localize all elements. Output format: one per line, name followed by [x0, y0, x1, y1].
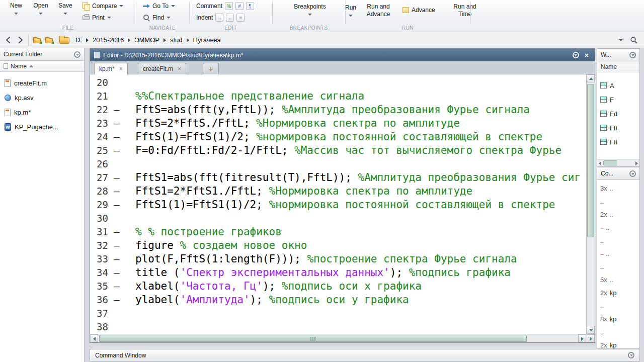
command-history-row[interactable]: 2xkp	[597, 286, 639, 299]
code-line[interactable]: 23–FftS=2*FftS./FftL; %Нормировка спектр…	[90, 116, 586, 130]
path-dropdown-icon[interactable]	[619, 39, 623, 41]
breadcrumb-item[interactable]: D:	[75, 36, 82, 44]
panel-actions-icon[interactable]	[628, 352, 634, 358]
scroll-up-icon[interactable]	[587, 74, 595, 82]
command-history-row[interactable]: –..	[597, 247, 639, 260]
code-line[interactable]: 31–% % построение графиков	[90, 225, 586, 238]
back-icon[interactable]	[4, 36, 13, 46]
scroll-down-icon[interactable]	[587, 326, 595, 334]
chevron-down-icon[interactable]	[14, 13, 18, 15]
horizontal-scrollbar-thumb[interactable]	[99, 335, 527, 342]
panel-actions-icon[interactable]	[74, 51, 80, 58]
workspace-variable-row[interactable]: Fft	[597, 121, 639, 135]
search-icon[interactable]	[630, 36, 638, 46]
code-line[interactable]: 21%%Спектральное предстваление сигнала	[90, 89, 586, 103]
tab-close-icon[interactable]: ×	[119, 66, 123, 72]
breakpoints-button[interactable]: Breakpoints	[287, 3, 333, 16]
tab-close-icon[interactable]: ×	[178, 66, 181, 72]
command-history-row[interactable]: ..	[597, 299, 639, 312]
wrap-comment-icon[interactable]: ¶	[246, 2, 254, 10]
code-line[interactable]: 32–figure % создаем новое окно	[90, 238, 586, 252]
command-history-row[interactable]: ..	[597, 234, 639, 247]
breadcrumb-item[interactable]: ЭММОР	[134, 36, 159, 44]
find-button[interactable]: Find	[143, 14, 171, 21]
editor-tab[interactable]: kp.m*×	[94, 63, 128, 74]
code-line[interactable]: 28–FftS1=2*FftS1./FftL; %Нормировка спек…	[90, 184, 586, 198]
code-line[interactable]: 24–FftS(1)=FftS(1)/2; %нормировка постоя…	[90, 130, 586, 143]
comment-icon[interactable]: %	[225, 2, 233, 10]
run-and-advance-button[interactable]: Run and Advance	[363, 3, 393, 18]
browse-folder-icon[interactable]	[33, 38, 41, 43]
scroll-right-icon[interactable]	[578, 334, 586, 342]
workspace-variable-row[interactable]: Fft	[597, 135, 639, 149]
scroll-right-icon[interactable]	[635, 161, 638, 165]
code-line[interactable]: 22–FftS=abs(fft(y,FftL)); %Амплитуда пре…	[90, 103, 586, 116]
forward-icon[interactable]	[16, 36, 25, 46]
command-history-row[interactable]: 3x..	[597, 182, 639, 195]
name-column-header[interactable]: Name	[0, 61, 84, 72]
workspace-variable-row[interactable]: A	[597, 78, 639, 93]
command-history-row[interactable]: 2xkp	[597, 338, 639, 349]
indent-left-icon[interactable]: ←	[226, 14, 234, 22]
breadcrumb-item[interactable]: stud	[170, 36, 183, 44]
code-line[interactable]: 33–plot(F,FftS(1:length(F))); %построени…	[90, 252, 586, 265]
chevron-down-icon[interactable]	[39, 13, 43, 15]
workspace-horizontal-scrollbar[interactable]	[597, 159, 639, 166]
compare-button[interactable]: Compare	[83, 3, 123, 10]
new-folder-icon[interactable]	[45, 38, 53, 43]
command-history-row[interactable]: 5x..	[597, 273, 639, 286]
workspace-variable-row[interactable]: Fd	[597, 107, 639, 121]
code-line[interactable]: 30	[90, 211, 586, 225]
uncomment-icon[interactable]: #	[235, 2, 244, 10]
scrollbar-thumb[interactable]	[603, 160, 617, 165]
chevron-down-icon[interactable]	[63, 13, 67, 15]
workspace-name-column-header[interactable]: Name	[597, 61, 639, 72]
command-history-row[interactable]: –..	[597, 221, 639, 234]
chevron-down-icon[interactable]	[167, 17, 171, 19]
editor-title-bar[interactable]: Editor - D:\2015-2016\ЭММОР\stud\Пугачев…	[90, 49, 595, 61]
code-line[interactable]: 35–xlabel('Частота, Гц'); %подпись оси x…	[90, 279, 586, 293]
code-line[interactable]: 37	[90, 306, 586, 320]
code-line[interactable]: 25–F=0:Fd/FftL:Fd/2-1/FftL; %Массив час …	[90, 143, 586, 157]
editor-actions-icon[interactable]	[573, 52, 579, 58]
open-button[interactable]: Open	[29, 2, 52, 15]
command-history-row[interactable]: ..	[597, 260, 639, 273]
code-line[interactable]: 34–title ('Спектр экспериментальных данн…	[90, 265, 586, 279]
code-line[interactable]: 38	[90, 320, 586, 333]
code-line[interactable]: 36–ylabel('Амплитуда'); %подпись оси y г…	[90, 293, 586, 306]
chevron-down-icon[interactable]	[171, 5, 175, 7]
code-line[interactable]: 20	[90, 75, 586, 89]
file-row[interactable]: kp.asv	[0, 90, 84, 105]
command-history-row[interactable]: 8xkp	[597, 312, 639, 325]
run-and-time-button[interactable]: Run and Time	[451, 3, 479, 18]
print-button[interactable]: Print	[83, 14, 111, 21]
code-line[interactable]: 27–FftS1=abs(fft(fitresult(T),FftL)); %А…	[90, 170, 586, 184]
breadcrumb-item[interactable]: Пугачева	[193, 36, 221, 44]
advance-button[interactable]: Advance	[403, 7, 435, 14]
chevron-down-icon[interactable]	[107, 17, 111, 19]
editor-close-icon[interactable]: ×	[583, 52, 591, 59]
current-folder-header[interactable]: Current Folder	[0, 48, 84, 61]
editor-vertical-scrollbar[interactable]	[586, 74, 595, 334]
scroll-left-icon[interactable]	[599, 161, 601, 165]
new-tab-button[interactable]: +	[203, 63, 219, 74]
smart-indent-icon[interactable]: ≡	[236, 14, 245, 22]
save-button[interactable]: Save	[54, 2, 76, 15]
file-row[interactable]: createFit.m	[0, 76, 84, 90]
code-line[interactable]: 29–FftS1(1)=FftS1(1)/2; %нормировка пост…	[90, 198, 586, 211]
file-row[interactable]: KP_Pugache...	[0, 120, 84, 134]
scroll-right-icon[interactable]	[587, 334, 595, 342]
code-line[interactable]: 26	[90, 157, 586, 170]
panel-actions-icon[interactable]	[629, 52, 636, 58]
command-history-row[interactable]: 2x..	[597, 208, 639, 221]
command-history-row[interactable]: ..	[597, 325, 639, 338]
workspace-header[interactable]: W...	[597, 49, 639, 61]
new-button[interactable]: New	[5, 2, 27, 15]
code-editor-area[interactable]: 2021%%Спектральное предстваление сигнала…	[90, 74, 586, 334]
workspace-variable-row[interactable]: F	[597, 93, 639, 107]
editor-tab[interactable]: createFit.m×	[138, 63, 186, 74]
chevron-down-icon[interactable]	[308, 14, 312, 16]
vertical-scrollbar-thumb[interactable]	[587, 84, 594, 237]
file-row[interactable]: kp.m*	[0, 105, 84, 120]
indent-right-icon[interactable]: →	[215, 14, 223, 22]
